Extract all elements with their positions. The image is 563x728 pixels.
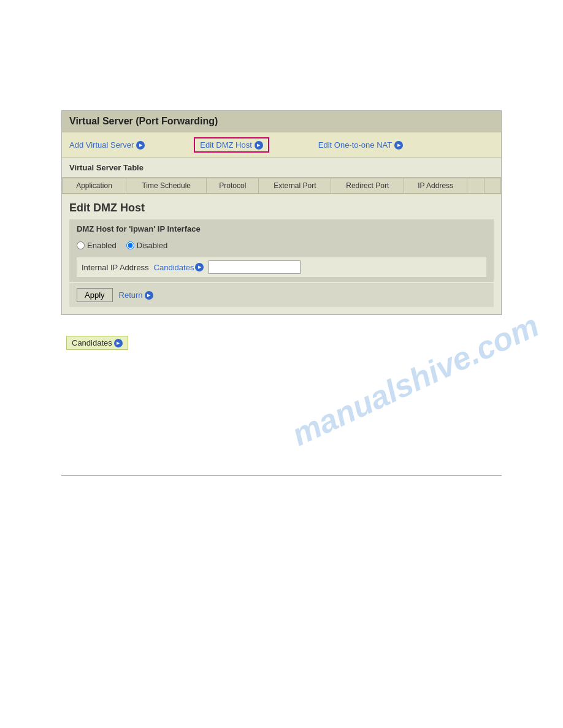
bottom-candidates-box[interactable]: Candidates xyxy=(66,336,128,350)
add-virtual-server-label: Add Virtual Server xyxy=(69,140,134,150)
disabled-label: Disabled xyxy=(137,241,168,250)
col-actions1 xyxy=(467,178,484,194)
dmz-subsection: DMZ Host for 'ipwan' IP Interface Enable… xyxy=(69,219,494,282)
return-link[interactable]: Return xyxy=(119,290,153,300)
enabled-label: Enabled xyxy=(87,241,117,250)
radio-row: Enabled Disabled xyxy=(77,238,486,252)
enabled-radio-label[interactable]: Enabled xyxy=(77,241,117,250)
virtual-server-table-section: Virtual Server Table Application Time Sc… xyxy=(62,158,501,194)
col-application: Application xyxy=(63,178,126,194)
add-virtual-server-icon xyxy=(136,141,145,150)
dmz-subsection-title: DMZ Host for 'ipwan' IP Interface xyxy=(77,224,486,233)
bottom-divider xyxy=(61,475,502,476)
col-protocol: Protocol xyxy=(207,178,259,194)
edit-one-to-one-nat-link[interactable]: Edit One-to-one NAT xyxy=(318,140,403,150)
bottom-candidates-icon xyxy=(114,339,123,347)
virtual-server-table: Application Time Schedule Protocol Exter… xyxy=(62,178,501,194)
section-title: Virtual Server (Port Forwarding) xyxy=(62,111,501,132)
internal-ip-input[interactable] xyxy=(209,260,301,274)
edit-dmz-host-link[interactable]: Edit DMZ Host xyxy=(194,137,269,153)
edit-dmz-host-icon xyxy=(255,141,263,150)
bottom-candidates-area: Candidates xyxy=(61,333,502,352)
add-virtual-server-link[interactable]: Add Virtual Server xyxy=(69,140,145,150)
virtual-server-table-title: Virtual Server Table xyxy=(62,158,501,178)
action-bar: Add Virtual Server Edit DMZ Host Edit On… xyxy=(62,132,501,158)
return-label: Return xyxy=(119,290,143,300)
return-icon xyxy=(145,291,153,300)
apply-button[interactable]: Apply xyxy=(77,288,113,302)
candidates-link[interactable]: Candidates xyxy=(154,263,204,272)
ip-row: Internal IP Address Candidates xyxy=(77,257,486,277)
edit-dmz-host-label: Edit DMZ Host xyxy=(200,140,252,150)
col-time-schedule: Time Schedule xyxy=(126,178,207,194)
disabled-radio-label[interactable]: Disabled xyxy=(126,241,168,250)
col-external-port: External Port xyxy=(259,178,331,194)
bottom-candidates-label: Candidates xyxy=(72,338,112,347)
enabled-radio[interactable] xyxy=(77,241,85,249)
col-ip-address: IP Address xyxy=(404,178,467,194)
edit-dmz-host-section: Edit DMZ Host DMZ Host for 'ipwan' IP In… xyxy=(62,194,501,314)
internal-ip-label: Internal IP Address xyxy=(82,263,149,272)
edit-one-to-one-nat-icon xyxy=(394,141,403,150)
col-actions2 xyxy=(484,178,500,194)
watermark: manualshive.com xyxy=(286,307,545,453)
main-section: Virtual Server (Port Forwarding) Add Vir… xyxy=(61,110,502,315)
col-redirect-port: Redirect Port xyxy=(331,178,404,194)
candidates-link-label: Candidates xyxy=(154,263,194,272)
dmz-host-title: Edit DMZ Host xyxy=(69,202,494,214)
disabled-radio[interactable] xyxy=(126,241,134,249)
edit-one-to-one-nat-label: Edit One-to-one NAT xyxy=(318,140,392,150)
apply-row: Apply Return xyxy=(69,283,494,307)
candidates-arrow-icon xyxy=(195,263,204,271)
